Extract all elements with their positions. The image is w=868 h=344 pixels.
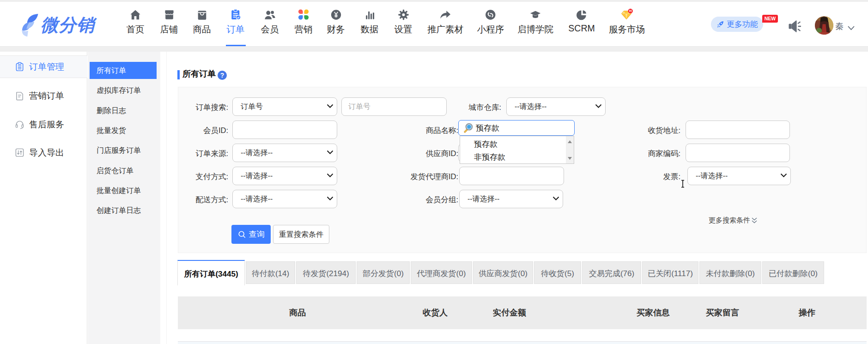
svg-text:H: H — [629, 9, 632, 13]
svg-text:微分销: 微分销 — [41, 15, 97, 35]
